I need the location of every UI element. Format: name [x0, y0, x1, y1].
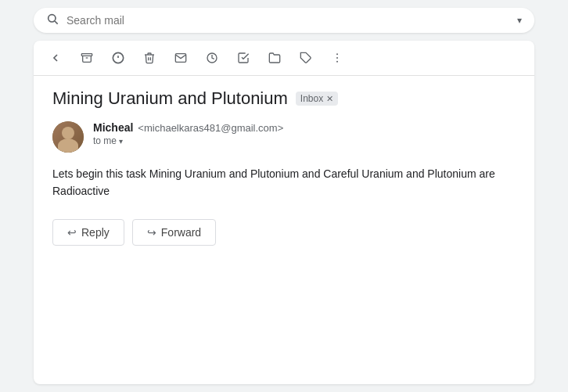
search-input[interactable]: [67, 14, 517, 27]
badge-label: Inbox: [300, 93, 323, 104]
email-body: Lets begin this task Mining Uranium and …: [52, 165, 516, 200]
to-me-row[interactable]: to me ▾: [93, 135, 516, 146]
inbox-badge: Inbox ✕: [296, 92, 338, 106]
svg-line-1: [55, 21, 58, 24]
back-button[interactable]: [46, 49, 65, 67]
badge-close-icon[interactable]: ✕: [326, 94, 333, 104]
sender-name: Micheal: [93, 121, 133, 134]
sender-email: <michaelkaras481@gmail.com>: [138, 122, 283, 134]
more-options-icon[interactable]: [328, 49, 347, 67]
sender-section: Micheal <michaelkaras481@gmail.com> to m…: [52, 121, 516, 153]
snooze-icon[interactable]: [203, 49, 221, 67]
svg-point-8: [336, 53, 338, 55]
mark-unread-icon[interactable]: [171, 49, 190, 67]
important-icon[interactable]: [109, 49, 128, 67]
action-buttons: ↩ Reply ↪ Forward: [52, 219, 516, 246]
search-icon: [46, 13, 59, 28]
to-me-chevron-icon: ▾: [119, 137, 123, 146]
search-dropdown-icon[interactable]: ▾: [517, 15, 522, 26]
forward-button[interactable]: ↪ Forward: [132, 219, 216, 246]
archive-icon[interactable]: [77, 49, 96, 67]
subject-line: Mining Uranium and Plutonium Inbox ✕: [52, 88, 516, 109]
move-icon[interactable]: [265, 49, 284, 67]
svg-point-10: [336, 61, 338, 63]
svg-point-9: [336, 57, 338, 59]
reply-label: Reply: [81, 226, 110, 239]
email-container: Mining Uranium and Plutonium Inbox ✕ Mic…: [34, 41, 534, 384]
forward-icon: ↪: [147, 226, 156, 239]
email-subject: Mining Uranium and Plutonium: [52, 88, 288, 109]
svg-point-0: [49, 15, 56, 22]
reply-button[interactable]: ↩ Reply: [52, 219, 124, 246]
sender-name-row: Micheal <michaelkaras481@gmail.com>: [93, 121, 516, 134]
email-toolbar: [34, 41, 534, 76]
forward-label: Forward: [161, 226, 201, 239]
search-bar: ▾: [34, 8, 534, 33]
avatar: [52, 121, 84, 153]
delete-icon[interactable]: [140, 49, 159, 67]
reply-icon: ↩: [67, 226, 77, 239]
to-me-label: to me: [93, 135, 117, 146]
svg-rect-2: [81, 54, 92, 56]
sender-details: Micheal <michaelkaras481@gmail.com> to m…: [93, 121, 516, 146]
label-icon[interactable]: [297, 49, 315, 67]
tasks-icon[interactable]: [234, 49, 253, 67]
email-content: Mining Uranium and Plutonium Inbox ✕ Mic…: [34, 76, 534, 258]
avatar-image: [52, 121, 84, 153]
